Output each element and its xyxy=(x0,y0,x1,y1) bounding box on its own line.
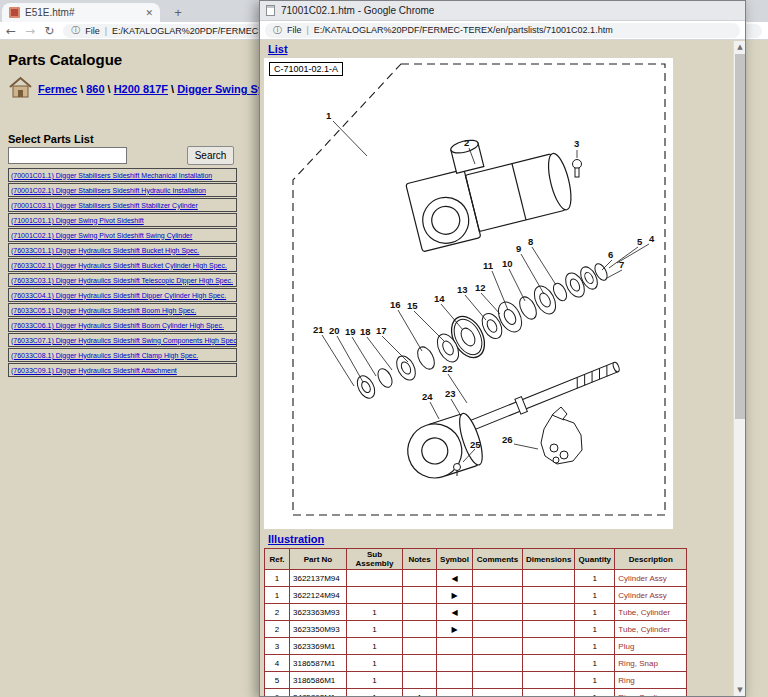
info-icon: ⓘ xyxy=(273,24,282,37)
parts-list-page: List C-71001-02.1-A xyxy=(260,41,745,696)
illustration-link[interactable]: Illustration xyxy=(268,533,324,545)
callout-label: 5 xyxy=(637,236,643,247)
list-link[interactable]: List xyxy=(268,43,288,55)
column-header: Ref. xyxy=(265,549,290,570)
cell-symbol: ▶ xyxy=(437,621,473,638)
cell-comments xyxy=(473,570,523,587)
parts-list-item: (70001C02.1) Digger Stabilisers Sideshif… xyxy=(8,183,237,197)
callout-label: 7 xyxy=(619,259,624,270)
exploded-diagram: 1 2 3 4 5 6 7 8 9 10 11 12 13 14 15 16 1 xyxy=(264,58,673,529)
callout-label: 11 xyxy=(483,260,494,271)
cell-notes xyxy=(403,672,437,689)
cell-quantity: 1 xyxy=(575,638,615,655)
table-row: 2 3623350M93 1 ▶ 1 Tube, Cylinder xyxy=(265,621,687,638)
breadcrumb-link-h200-817f[interactable]: H200 817F xyxy=(114,83,168,95)
cell-symbol: ▶ xyxy=(437,587,473,604)
browser-tab[interactable]: E51E.htm# ✕ xyxy=(2,3,160,22)
callout-label: 9 xyxy=(516,243,521,254)
cell-notes: A xyxy=(403,689,437,697)
parts-list-link[interactable]: (70001C03.1) Digger Stabilisers Sideshif… xyxy=(11,202,198,209)
cell-ref: 3 xyxy=(265,638,290,655)
callout-label: 2 xyxy=(464,137,469,148)
scrollbar-down-icon[interactable]: ▼ xyxy=(734,684,745,696)
cell-sub-assembly: 1 xyxy=(347,689,403,697)
parts-list-link[interactable]: (70001C02.1) Digger Stabilisers Sideshif… xyxy=(11,187,206,194)
forward-icon[interactable]: → xyxy=(25,25,35,37)
scrollbar-thumb[interactable] xyxy=(735,54,745,419)
parts-list-link[interactable]: (76033C09.1) Digger Hydraulics Sideshift… xyxy=(11,367,177,374)
parts-list-item: (71001C02.1) Digger Swing Pivot Sideshif… xyxy=(8,228,237,242)
cell-comments xyxy=(473,604,523,621)
cell-description: Ring, Snap xyxy=(615,655,687,672)
callout-label: 24 xyxy=(422,391,433,402)
cell-dimensions xyxy=(523,655,575,672)
parts-list-item: (71001C01.1) Digger Swing Pivot Sideshif… xyxy=(8,213,237,227)
callout-label: 13 xyxy=(457,284,468,295)
cell-part-no: 3623363M93 xyxy=(290,604,347,621)
home-icon[interactable] xyxy=(8,76,33,99)
breadcrumb-link-fermec[interactable]: Fermec xyxy=(38,83,77,95)
new-tab-button[interactable]: + xyxy=(170,5,186,21)
breadcrumb-link-860[interactable]: 860 xyxy=(86,83,104,95)
table-row: 3 3623369M1 1 1 Plug xyxy=(265,638,687,655)
search-input[interactable] xyxy=(8,147,127,164)
parts-list-link[interactable]: (76033C06.1) Digger Hydraulics Sideshift… xyxy=(11,322,224,329)
parts-list-item: (76033C05.1) Digger Hydraulics Sideshift… xyxy=(8,303,237,317)
parts-list-link[interactable]: (76033C04.1) Digger Hydraulics Sideshift… xyxy=(11,292,226,299)
cell-notes xyxy=(403,655,437,672)
cell-part-no: 3186587M1 xyxy=(290,655,347,672)
document-icon xyxy=(266,5,275,16)
table-row: 5 3186586M1 1 1 Ring xyxy=(265,672,687,689)
parts-list-link[interactable]: (76033C02.1) Digger Hydraulics Sideshift… xyxy=(11,262,227,269)
cell-sub-assembly: 1 xyxy=(347,604,403,621)
parts-list-item: (76033C07.1) Digger Hydraulics Sideshift… xyxy=(8,333,237,347)
cell-dimensions xyxy=(523,570,575,587)
cell-description: Cylinder Assy xyxy=(615,570,687,587)
parts-list-item: (76033C06.1) Digger Hydraulics Sideshift… xyxy=(8,318,237,332)
reload-icon[interactable]: ↻ xyxy=(44,25,54,37)
parts-list-link[interactable]: (76033C01.1) Digger Hydraulics Sideshift… xyxy=(11,247,199,254)
search-button[interactable]: Search xyxy=(187,146,234,165)
callout-label: 8 xyxy=(528,236,533,247)
illustration-figure: C-71001-02.1-A xyxy=(264,58,673,529)
popup-window-title: 71001C02.1.htm - Google Chrome xyxy=(281,5,434,16)
back-icon[interactable]: ← xyxy=(6,25,16,37)
cell-symbol: ◀ xyxy=(437,604,473,621)
cell-ref: 4 xyxy=(265,655,290,672)
cell-part-no: 3622137M94 xyxy=(290,570,347,587)
cell-ref: 2 xyxy=(265,621,290,638)
cell-description: Tube, Cylinder xyxy=(615,604,687,621)
cell-part-no: 3623369M1 xyxy=(290,638,347,655)
parts-list-link[interactable]: (76033C08.1) Digger Hydraulics Sideshift… xyxy=(11,352,198,359)
callout-label: 20 xyxy=(329,325,340,336)
cell-quantity: 1 xyxy=(575,655,615,672)
scrollbar-up-icon[interactable]: ▲ xyxy=(734,41,745,53)
popup-address-bar[interactable]: ⓘ File | E:/KATALOGLAR%20PDF/FERMEC-TERE… xyxy=(265,23,740,38)
cell-description: Ring, Sealing xyxy=(615,689,687,697)
cell-comments xyxy=(473,655,523,672)
parts-list-item: (70001C03.1) Digger Stabilisers Sideshif… xyxy=(8,198,237,212)
parts-list-link[interactable]: (71001C01.1) Digger Swing Pivot Sideshif… xyxy=(11,217,144,224)
cell-description: Tube, Cylinder xyxy=(615,621,687,638)
parts-list-link[interactable]: (76033C03.1) Digger Hydraulics Sideshift… xyxy=(11,277,233,284)
popup-title-bar[interactable]: 71001C02.1.htm - Google Chrome xyxy=(260,1,745,21)
popup-toolbar: ⓘ File | E:/KATALOGLAR%20PDF/FERMEC-TERE… xyxy=(260,21,745,40)
cell-dimensions xyxy=(523,689,575,697)
callout-label: 4 xyxy=(649,233,655,244)
breadcrumb-separator: \ xyxy=(77,83,86,95)
tab-close-icon[interactable]: ✕ xyxy=(145,8,153,18)
parts-list-link[interactable]: (71001C02.1) Digger Swing Pivot Sideshif… xyxy=(11,232,192,239)
cell-quantity: 1 xyxy=(575,604,615,621)
parts-list-item: (76033C09.1) Digger Hydraulics Sideshift… xyxy=(8,363,237,377)
parts-list-link[interactable]: (76033C07.1) Digger Hydraulics Sideshift… xyxy=(11,337,237,344)
callout-label: 25 xyxy=(470,439,481,450)
parts-list-link[interactable]: (70001C01.1) Digger Stabilisers Sideshif… xyxy=(11,172,212,179)
breadcrumb-link-digger-swing[interactable]: Digger Swing Sy xyxy=(177,83,264,95)
tab-favicon-icon xyxy=(9,7,20,18)
parts-list-link[interactable]: (76033C05.1) Digger Hydraulics Sideshift… xyxy=(11,307,196,314)
scrollbar[interactable]: ▲ ▼ xyxy=(733,41,745,696)
popup-window: 71001C02.1.htm - Google Chrome ⓘ File | … xyxy=(259,0,746,697)
parts-list-item: (76033C01.1) Digger Hydraulics Sideshift… xyxy=(8,243,237,257)
figure-label: C-71001-02.1-A xyxy=(269,62,343,76)
table-row: 6 3485892M1 1 A 1 Ring, Sealing xyxy=(265,689,687,697)
